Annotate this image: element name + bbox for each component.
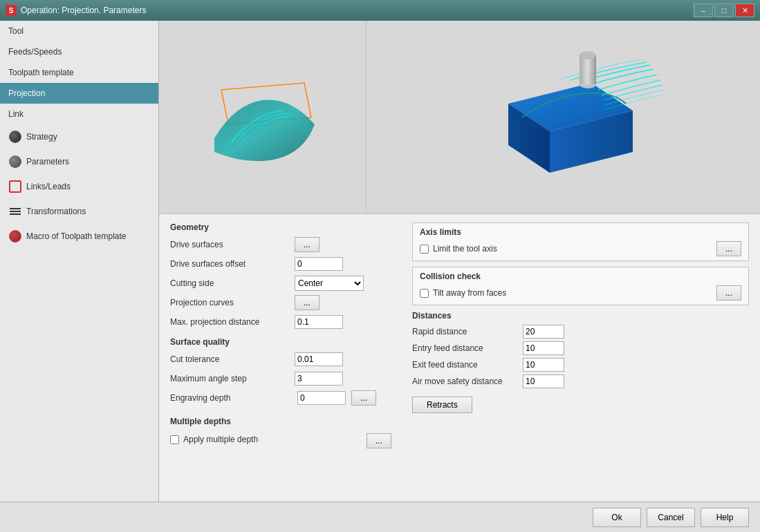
svg-rect-5	[580, 55, 596, 84]
entry-feed-label: Entry feed distance	[412, 343, 523, 353]
limit-tool-button[interactable]: ...	[716, 241, 741, 256]
collision-title: Collision check	[420, 272, 741, 281]
drive-surfaces-offset-label: Drive surfaces offset	[170, 259, 295, 269]
title-bar: S Operation: Projection. Parameters – □ …	[0, 0, 760, 21]
distances-section: Distances Rapid distance Entry feed dist…	[412, 311, 749, 413]
limit-tool-row: Limit the tool axis ...	[420, 241, 741, 256]
engraving-depth-input[interactable]	[297, 391, 346, 405]
retracts-button[interactable]: Retracts	[412, 397, 472, 413]
drive-surfaces-offset-input[interactable]	[295, 257, 343, 271]
minimize-button[interactable]: –	[694, 3, 713, 17]
tilt-away-button[interactable]: ...	[716, 285, 741, 301]
tilt-away-row: Tilt away from faces ...	[420, 285, 741, 301]
macro-icon	[8, 229, 22, 243]
params-right-column: Axis limits Limit the tool axis ... Coll…	[412, 222, 749, 452]
parameters-icon	[8, 155, 22, 169]
engraving-depth-button[interactable]: ...	[351, 390, 376, 406]
projection-curves-label: Projection curves	[170, 298, 295, 307]
close-button[interactable]: ✕	[735, 3, 754, 17]
cut-tolerance-label: Cut tolerance	[170, 354, 295, 364]
distances-title: Distances	[412, 311, 749, 321]
transformations-icon	[8, 205, 22, 218]
rapid-distance-input[interactable]	[523, 325, 564, 339]
milling-preview-svg	[453, 35, 674, 200]
preview-left	[159, 21, 367, 213]
tilt-away-checkbox[interactable]	[420, 289, 429, 298]
max-projection-label: Max. projection distance	[170, 317, 295, 327]
sidebar-item-tool[interactable]: Tool	[0, 21, 158, 41]
max-angle-label: Maximum angle step	[170, 374, 295, 383]
cutting-side-select[interactable]: Center Left Right	[295, 276, 364, 291]
content-area: Geometry Drive surfaces ... Drive surfac…	[159, 21, 760, 502]
strategy-icon	[8, 130, 22, 144]
window-controls: – □ ✕	[694, 3, 754, 17]
apply-multiple-label: Apply multiple depth	[183, 435, 258, 444]
limit-tool-label: Limit the tool axis	[433, 244, 497, 254]
collision-box: Collision check Tilt away from faces ...	[412, 267, 749, 305]
multiple-depths-row: Multiple depths	[170, 413, 391, 430]
rapid-distance-label: Rapid distance	[412, 327, 523, 336]
main-container: Tool Feeds/Speeds Toolpath template Proj…	[0, 21, 760, 502]
entry-feed-input[interactable]	[523, 341, 564, 355]
cut-tolerance-row: Cut tolerance	[170, 351, 391, 368]
rapid-distance-row: Rapid distance	[412, 325, 749, 339]
apply-multiple-checkbox-row: Apply multiple depth	[170, 435, 258, 444]
preview-right	[367, 21, 760, 213]
sidebar-item-links-leads[interactable]: Links/Leads	[0, 174, 158, 199]
air-move-row: Air move safety distance	[412, 374, 749, 388]
cut-tolerance-input[interactable]	[295, 352, 343, 366]
entry-feed-row: Entry feed distance	[412, 341, 749, 355]
cancel-button[interactable]: Cancel	[647, 508, 695, 527]
apply-multiple-row: Apply multiple depth ...	[170, 433, 391, 449]
engraving-depth-row: Engraving depth ...	[170, 390, 391, 406]
drive-surfaces-button[interactable]: ...	[295, 237, 319, 252]
air-move-input[interactable]	[523, 374, 564, 388]
sidebar: Tool Feeds/Speeds Toolpath template Proj…	[0, 21, 159, 502]
preview-section	[159, 21, 760, 214]
cutting-side-row: Cutting side Center Left Right	[170, 275, 391, 292]
maximize-button[interactable]: □	[714, 3, 734, 17]
surface-quality-title: Surface quality	[170, 337, 391, 347]
sidebar-item-parameters[interactable]: Parameters	[0, 149, 158, 174]
sidebar-item-strategy[interactable]: Strategy	[0, 124, 158, 149]
axis-limits-box: Axis limits Limit the tool axis ...	[412, 222, 749, 261]
parameters-section: Geometry Drive surfaces ... Drive surfac…	[159, 214, 760, 460]
app-icon: S	[6, 5, 17, 16]
max-projection-row: Max. projection distance	[170, 314, 391, 330]
surface-preview-svg	[194, 62, 332, 173]
sidebar-item-link[interactable]: Link	[0, 104, 158, 124]
max-angle-row: Maximum angle step	[170, 370, 391, 387]
params-left-column: Geometry Drive surfaces ... Drive surfac…	[170, 222, 391, 452]
engraving-depth-label: Engraving depth	[170, 393, 295, 403]
tilt-away-label: Tilt away from faces	[433, 288, 506, 298]
sidebar-item-toolpath[interactable]: Toolpath template	[0, 62, 158, 83]
air-move-label: Air move safety distance	[412, 377, 523, 386]
projection-curves-row: Projection curves ...	[170, 294, 391, 311]
axis-limits-title: Axis limits	[420, 227, 741, 237]
exit-feed-row: Exit feed distance	[412, 358, 749, 372]
multiple-depths-button[interactable]: ...	[367, 433, 391, 448]
multiple-depths-title: Multiple depths	[170, 417, 231, 426]
max-angle-input[interactable]	[295, 372, 343, 386]
links-icon	[8, 180, 22, 193]
limit-tool-checkbox[interactable]	[420, 245, 429, 254]
apply-multiple-checkbox[interactable]	[170, 435, 179, 444]
window-title: Operation: Projection. Parameters	[21, 6, 146, 15]
projection-curves-button[interactable]: ...	[295, 295, 319, 310]
title-bar-left: S Operation: Projection. Parameters	[6, 5, 146, 16]
exit-feed-input[interactable]	[523, 358, 564, 372]
geometry-title: Geometry	[170, 222, 391, 232]
sidebar-item-transformations[interactable]: Transformations	[0, 199, 158, 224]
exit-feed-label: Exit feed distance	[412, 360, 523, 370]
help-button[interactable]: Help	[701, 508, 749, 527]
ok-button[interactable]: Ok	[593, 508, 641, 527]
drive-surfaces-row: Drive surfaces ...	[170, 236, 391, 253]
cutting-side-label: Cutting side	[170, 278, 295, 288]
sidebar-item-projection[interactable]: Projection	[0, 83, 158, 104]
sidebar-item-macro[interactable]: Macro of Toolpath template	[0, 224, 158, 249]
max-projection-input[interactable]	[295, 315, 343, 329]
svg-point-6	[580, 51, 596, 59]
drive-surfaces-offset-row: Drive surfaces offset	[170, 256, 391, 272]
bottom-bar: Ok Cancel Help	[0, 502, 760, 532]
sidebar-item-feeds[interactable]: Feeds/Speeds	[0, 41, 158, 62]
